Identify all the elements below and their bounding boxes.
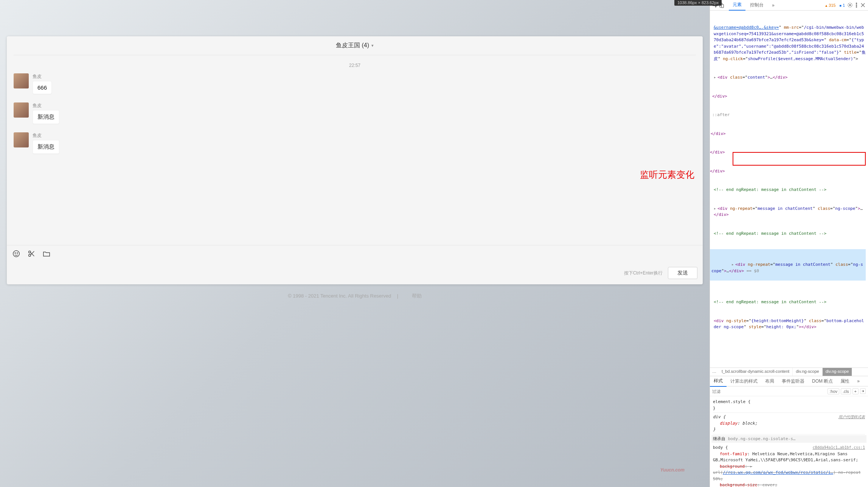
chat-pane: 鱼皮王国 (4) ▾ 22:57 鱼皮 666 鱼皮 新消息 — [0, 0, 710, 487]
tab-styles[interactable]: 样式 — [710, 376, 727, 387]
breadcrumbs[interactable]: … t_bd.scrollbar-dynamic.scroll-content … — [710, 368, 868, 376]
chat-title: 鱼皮王国 (4) — [336, 42, 369, 50]
tab-listeners[interactable]: 事件监听器 — [778, 376, 808, 386]
message-row: 鱼皮 新消息 — [14, 102, 696, 124]
send-button[interactable]: 发送 — [668, 267, 697, 279]
inherit-section: 继承自 body.ng-scope.ng-isolate-s… — [711, 435, 866, 443]
tab-elements[interactable]: 元素 — [729, 0, 745, 11]
svg-point-8 — [849, 5, 851, 6]
help-link[interactable]: 帮助 — [412, 293, 422, 299]
chevron-down-icon[interactable]: ▾ — [371, 43, 374, 48]
message-row: 鱼皮 666 — [14, 73, 696, 94]
svg-point-1 — [15, 253, 16, 253]
value: url( — [713, 470, 723, 475]
info-badge[interactable]: 1 — [838, 3, 846, 8]
expand-icon[interactable]: ▸ — [714, 206, 717, 212]
elements-tree[interactable]: &username=@abdd8c0….&skey=" mm-src="/cgi… — [710, 11, 868, 368]
comment: <!-- end ngRepeat: message in chatConten… — [714, 187, 826, 192]
selector: body { — [713, 445, 728, 450]
annotation-box — [733, 152, 866, 166]
expand-icon[interactable]: ▸ — [714, 74, 717, 81]
attr-value: ng-scope — [835, 206, 855, 211]
tab-more[interactable]: » — [768, 1, 778, 10]
avatar[interactable] — [14, 73, 29, 88]
tab-layout[interactable]: 布局 — [761, 376, 778, 386]
kebab-icon[interactable] — [854, 2, 859, 8]
svg-rect-7 — [722, 5, 724, 8]
app-root: 鱼皮王国 (4) ▾ 22:57 鱼皮 666 鱼皮 新消息 — [0, 0, 868, 487]
crumb-active[interactable]: div.ng-scope — [823, 368, 852, 376]
attr: ng-style — [726, 318, 746, 323]
attr: title — [844, 50, 856, 55]
svg-rect-13 — [863, 391, 864, 392]
hov-button[interactable]: :hov — [828, 388, 839, 394]
crumb[interactable]: div.ng-scope — [793, 368, 823, 376]
prop: background — [720, 464, 745, 469]
crumb-dots[interactable]: … — [710, 368, 719, 376]
prop: font-family — [720, 451, 747, 456]
attr-value: height: 0px; — [766, 324, 796, 329]
cls-button[interactable]: .cls — [841, 388, 851, 394]
value: cover — [762, 482, 775, 487]
attr-value: {height:bottomHeight} — [751, 318, 804, 323]
selected-indicator: == $0 — [747, 268, 759, 273]
link-text[interactable]: &username=@abdd8c0….&skey= — [714, 25, 779, 30]
attr-value: showProfile($event,message.MMActualSende… — [748, 56, 853, 61]
message-row: 鱼皮 新消息 — [14, 132, 696, 154]
selected-element[interactable]: ⋯ ▸<div ng-repeat="message in chatConten… — [710, 249, 866, 281]
attr: mm-src — [784, 25, 799, 30]
attr: style — [749, 324, 761, 329]
styles-pane[interactable]: element.style {} 用户代理样式表 div { display: … — [710, 396, 868, 487]
message-bubble[interactable]: 新消息 — [33, 110, 59, 124]
message-col: 鱼皮 新消息 — [33, 132, 59, 154]
avatar[interactable] — [14, 102, 29, 118]
add-rule-button[interactable]: + — [852, 388, 859, 394]
selector: div { — [713, 414, 725, 419]
value: block — [742, 421, 755, 426]
message-bubble[interactable]: 666 — [33, 81, 52, 94]
chat-window: 鱼皮王国 (4) ▾ 22:57 鱼皮 666 鱼皮 新消息 — [7, 36, 703, 284]
crumb[interactable]: t_bd.scrollbar-dynamic.scroll-content — [719, 368, 793, 376]
message-col: 鱼皮 新消息 — [33, 102, 59, 124]
chat-header[interactable]: 鱼皮王国 (4) ▾ — [14, 36, 696, 55]
timestamp: 22:57 — [14, 63, 696, 68]
prop: background-size — [720, 482, 757, 487]
footer: © 1998 - 2021 Tencent Inc. All Rights Re… — [0, 293, 710, 299]
selector: element.style { — [713, 399, 750, 404]
tab-console[interactable]: 控制台 — [746, 0, 767, 10]
watermark: Yuucn.com — [660, 467, 685, 473]
tab-dom-breakpoints[interactable]: DOM 断点 — [808, 376, 837, 386]
attr: ng-repeat — [748, 262, 770, 267]
close-icon[interactable] — [860, 2, 866, 8]
emoji-icon[interactable] — [12, 250, 20, 259]
filter-input[interactable] — [712, 389, 828, 394]
svg-point-0 — [13, 250, 20, 257]
svg-point-10 — [856, 5, 857, 5]
input-toolbar — [7, 245, 703, 263]
folder-icon[interactable] — [42, 250, 51, 259]
avatar[interactable] — [14, 132, 29, 147]
inherit-label: 继承自 — [713, 436, 728, 441]
message-bubble[interactable]: 新消息 — [33, 140, 59, 154]
tab-more[interactable]: » — [853, 377, 863, 386]
separator: | — [397, 293, 398, 299]
source-link[interactable]: c8dda94a1c1…ab1bf.css:1 — [813, 445, 865, 450]
nickname: 鱼皮 — [33, 132, 59, 139]
devtools-toolbar: 元素 控制台 » 315 1 — [710, 0, 868, 11]
copyright: © 1998 - 2021 Tencent Inc. All Rights Re… — [288, 293, 391, 299]
scissors-icon[interactable] — [27, 250, 36, 259]
warnings-badge[interactable]: 315 — [823, 3, 837, 8]
comment: <!-- end ngRepeat: message in chatConten… — [714, 231, 826, 236]
chat-body: 22:57 鱼皮 666 鱼皮 新消息 — [7, 55, 703, 245]
expand-icon[interactable]: ▸ — [731, 262, 735, 268]
url[interactable]: //res.wx.qq.com/a/wx_fed/webwx/res/stati… — [723, 470, 833, 475]
styles-filter-row: :hov .cls + — [710, 386, 868, 396]
filter-buttons: :hov .cls + — [828, 388, 866, 394]
nickname: 鱼皮 — [33, 102, 59, 109]
gear-icon[interactable] — [847, 2, 853, 8]
tab-computed[interactable]: 计算出的样式 — [727, 376, 761, 386]
toggle-sidebar-icon[interactable] — [860, 388, 866, 394]
message-col: 鱼皮 666 — [33, 73, 52, 94]
tab-properties[interactable]: 属性 — [837, 376, 853, 386]
svg-point-11 — [856, 6, 857, 7]
